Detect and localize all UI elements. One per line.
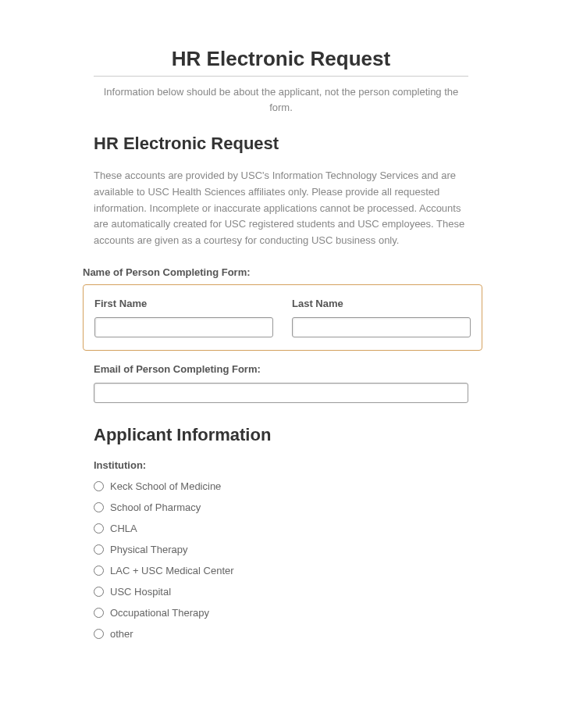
institution-label: Institution: bbox=[94, 459, 468, 471]
radio-item-other: other bbox=[94, 628, 468, 640]
first-name-input[interactable] bbox=[94, 317, 273, 337]
radio-keck[interactable] bbox=[94, 481, 104, 491]
radio-occupational-therapy[interactable] bbox=[94, 608, 104, 618]
radio-item-physical-therapy: Physical Therapy bbox=[94, 544, 468, 555]
radio-lac-usc[interactable] bbox=[94, 566, 104, 576]
radio-label-occupational-therapy[interactable]: Occupational Therapy bbox=[110, 607, 209, 619]
radio-label-keck[interactable]: Keck School of Medicine bbox=[110, 480, 221, 492]
radio-item-usc-hospital: USC Hospital bbox=[94, 586, 468, 598]
page-subtitle: Information below should be about the ap… bbox=[94, 84, 468, 115]
radio-label-lac-usc[interactable]: LAC + USC Medical Center bbox=[110, 565, 234, 576]
radio-pharmacy[interactable] bbox=[94, 502, 104, 512]
radio-chla[interactable] bbox=[94, 523, 104, 534]
radio-item-chla: CHLA bbox=[94, 523, 468, 534]
radio-label-usc-hospital[interactable]: USC Hospital bbox=[110, 586, 171, 598]
radio-label-pharmacy[interactable]: School of Pharmacy bbox=[110, 501, 201, 513]
form-section-title: HR Electronic Request bbox=[94, 134, 468, 154]
email-label: Email of Person Completing Form: bbox=[94, 363, 468, 375]
last-name-label: Last Name bbox=[292, 298, 471, 309]
radio-physical-therapy[interactable] bbox=[94, 544, 104, 555]
radio-item-pharmacy: School of Pharmacy bbox=[94, 501, 468, 513]
radio-usc-hospital[interactable] bbox=[94, 587, 104, 597]
radio-item-occupational-therapy: Occupational Therapy bbox=[94, 607, 468, 619]
last-name-column: Last Name bbox=[292, 298, 471, 337]
institution-radio-group: Keck School of Medicine School of Pharma… bbox=[94, 480, 468, 640]
first-name-label: First Name bbox=[94, 298, 273, 309]
last-name-input[interactable] bbox=[292, 317, 471, 337]
radio-item-lac-usc: LAC + USC Medical Center bbox=[94, 565, 468, 576]
radio-other[interactable] bbox=[94, 629, 104, 639]
title-divider bbox=[94, 76, 468, 77]
radio-label-chla[interactable]: CHLA bbox=[110, 523, 137, 534]
name-input-group: First Name Last Name bbox=[83, 284, 482, 351]
radio-label-other[interactable]: other bbox=[110, 628, 133, 640]
email-section: Email of Person Completing Form: bbox=[94, 363, 468, 403]
first-name-column: First Name bbox=[94, 298, 273, 337]
email-input[interactable] bbox=[94, 383, 468, 403]
page-title: HR Electronic Request bbox=[94, 47, 468, 71]
applicant-section-title: Applicant Information bbox=[94, 425, 468, 445]
radio-item-keck: Keck School of Medicine bbox=[94, 480, 468, 492]
form-description: These accounts are provided by USC's Inf… bbox=[94, 168, 468, 249]
name-field-label: Name of Person Completing Form: bbox=[83, 266, 468, 278]
radio-label-physical-therapy[interactable]: Physical Therapy bbox=[110, 544, 187, 555]
